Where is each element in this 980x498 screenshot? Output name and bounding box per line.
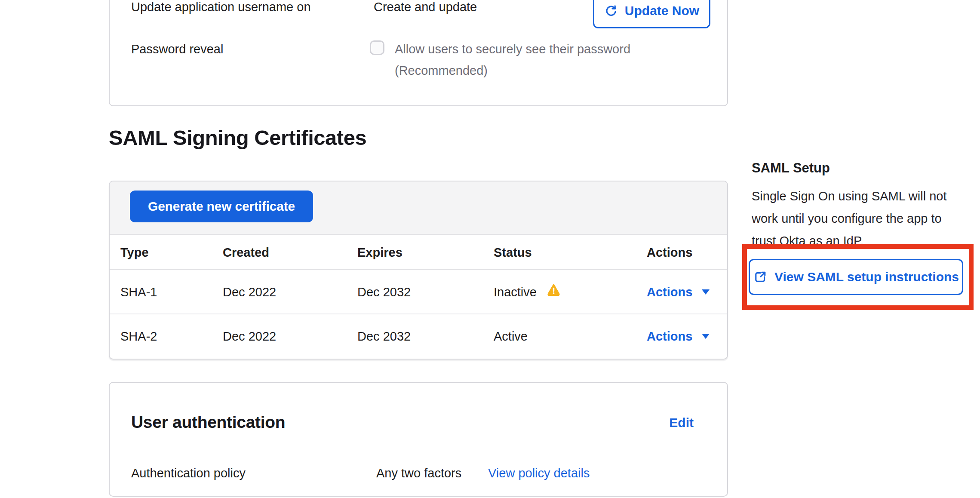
chevron-down-icon [702,289,710,295]
cell-type: SHA-2 [120,314,157,359]
view-policy-details-link[interactable]: View policy details [488,465,590,481]
cell-expires: Dec 2032 [357,270,411,314]
cell-status: Inactive [494,270,560,315]
column-header-created: Created [223,235,269,270]
certificates-toolbar: Generate new certificate [110,181,727,235]
table-row-sha2: SHA-2 Dec 2022 Dec 2032 Active Actions [110,314,727,359]
external-link-icon [753,270,768,284]
password-reveal-checkbox[interactable] [370,40,384,55]
actions-dropdown[interactable]: Actions [647,270,710,314]
description-line: work until you configure the app to [752,207,980,230]
table-row-sha1: SHA-1 Dec 2022 Dec 2032 Inactive Actions [110,270,727,314]
authentication-policy-value: Any two factors [376,465,461,481]
checkbox-label-line1: Allow users to securely see their passwo… [395,41,630,57]
certificates-card: Generate new certificate Type Created Ex… [109,181,728,360]
authentication-policy-label: Authentication policy [131,465,246,481]
actions-label: Actions [647,329,692,343]
edit-link[interactable]: Edit [669,415,694,430]
update-now-button[interactable]: Update Now [593,0,710,28]
cell-created: Dec 2022 [223,270,276,314]
cell-expires: Dec 2032 [357,314,411,359]
card-title: User authentication [131,413,285,432]
cell-type: SHA-1 [120,270,157,314]
username-update-value: Create and update [374,0,477,15]
column-header-type: Type [120,235,149,270]
column-header-expires: Expires [357,235,402,270]
page: Update application username on Create an… [0,0,980,498]
refresh-icon [604,4,618,18]
column-header-actions: Actions [647,235,692,270]
cell-status: Active [494,314,528,359]
checkbox-label-line2: (Recommended) [395,63,488,78]
username-update-label: Update application username on [131,0,311,15]
status-text: Active [494,329,528,343]
generate-certificate-button[interactable]: Generate new certificate [130,191,313,222]
actions-dropdown[interactable]: Actions [647,314,710,359]
saml-setup-title: SAML Setup [752,160,830,176]
table-header-row: Type Created Expires Status Actions [110,235,727,270]
view-saml-setup-instructions-button[interactable]: View SAML setup instructions [749,259,963,295]
warning-icon [547,270,560,314]
saml-setup-description: Single Sign On using SAML will not work … [752,185,980,252]
update-now-label: Update Now [625,3,699,18]
password-reveal-label: Password reveal [131,41,223,57]
column-header-status: Status [494,235,532,270]
sign-on-settings-card: Update application username on Create an… [109,0,728,106]
user-authentication-card: User authentication Edit Authentication … [109,382,728,497]
actions-label: Actions [647,285,692,299]
description-line: trust Okta as an IdP. [752,230,980,252]
saml-instructions-label: View SAML setup instructions [774,270,959,284]
page-title: SAML Signing Certificates [109,126,366,150]
chevron-down-icon [702,334,710,339]
status-text: Inactive [494,285,537,299]
description-line: Single Sign On using SAML will not [752,185,980,207]
cell-created: Dec 2022 [223,314,276,359]
